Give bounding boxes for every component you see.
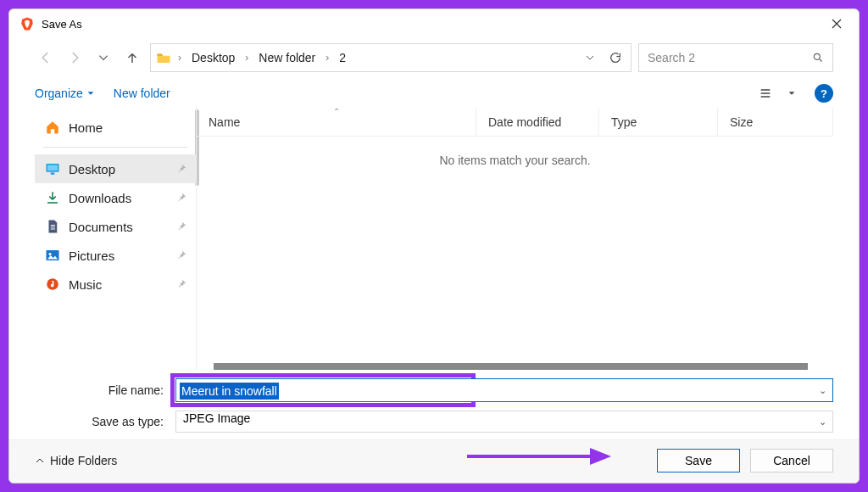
empty-folder-message: No items match your search.	[197, 137, 833, 167]
svg-rect-3	[51, 173, 55, 175]
filename-input[interactable]: Meerut in snowfall	[175, 378, 833, 402]
sidebar-item-pictures[interactable]: Pictures	[35, 241, 196, 270]
folder-icon	[156, 50, 171, 65]
search-input[interactable]: Search 2	[638, 43, 833, 72]
column-header-type[interactable]: Type	[599, 108, 718, 136]
window-title: Save As	[42, 18, 82, 31]
pin-icon	[175, 192, 187, 204]
pin-icon	[175, 278, 187, 290]
svg-point-0	[814, 53, 820, 59]
form-area: File name: Meerut in snowfall ⌄ Save as …	[9, 370, 859, 439]
column-header-name[interactable]: Name ⌃	[197, 108, 476, 136]
sidebar-item-desktop[interactable]: Desktop	[35, 154, 196, 183]
sidebar-item-label: Desktop	[69, 162, 115, 176]
sidebar-item-documents[interactable]: Documents	[35, 212, 196, 241]
sidebar: Home Desktop Downloads	[35, 108, 196, 370]
navigation-row: › Desktop › New folder › 2 Search 2	[9, 38, 859, 81]
sidebar-item-label: Music	[69, 277, 102, 292]
brave-app-icon	[19, 16, 35, 31]
sidebar-item-label: Downloads	[69, 191, 131, 205]
chevron-right-icon: ›	[243, 52, 250, 64]
download-icon	[45, 190, 60, 205]
back-button[interactable]	[35, 47, 57, 69]
breadcrumb-desktop[interactable]: Desktop	[188, 49, 238, 66]
sidebar-item-label: Home	[69, 120, 103, 135]
save-as-dialog: Save As › Desktop › New folder › 2	[8, 8, 860, 484]
new-folder-button[interactable]: New folder	[114, 87, 170, 100]
sidebar-item-music[interactable]: Music	[35, 270, 196, 299]
saveastype-row: Save as type: JPEG Image ⌄	[35, 411, 833, 433]
column-headers: Name ⌃ Date modified Type Size	[197, 108, 833, 137]
desktop-icon	[45, 161, 60, 176]
sidebar-divider	[43, 147, 187, 148]
search-placeholder: Search 2	[648, 51, 695, 64]
sort-caret-icon: ⌃	[333, 107, 340, 116]
recent-locations-button[interactable]	[92, 47, 114, 69]
sidebar-item-home[interactable]: Home	[35, 113, 196, 142]
footer-bar: Hide Folders Save Cancel	[9, 439, 859, 483]
filename-selected-text: Meerut in snowfall	[180, 383, 279, 400]
close-button[interactable]	[818, 9, 855, 38]
address-bar[interactable]: › Desktop › New folder › 2	[150, 43, 632, 72]
view-menu[interactable]	[759, 87, 796, 100]
search-icon	[812, 52, 824, 64]
cancel-button[interactable]: Cancel	[750, 449, 833, 472]
titlebar: Save As	[9, 9, 859, 38]
up-button[interactable]	[121, 47, 143, 69]
sidebar-item-downloads[interactable]: Downloads	[35, 183, 196, 212]
pin-icon	[175, 249, 187, 261]
home-icon	[45, 120, 60, 135]
saveastype-select[interactable]: JPEG Image	[175, 411, 833, 433]
save-button[interactable]: Save	[657, 449, 740, 472]
music-icon	[45, 277, 60, 292]
horizontal-scrollbar[interactable]	[214, 363, 808, 370]
forward-button[interactable]	[64, 47, 86, 69]
help-button[interactable]: ?	[815, 84, 833, 103]
organize-menu[interactable]: Organize	[35, 87, 95, 100]
svg-rect-2	[47, 165, 58, 171]
address-dropdown-button[interactable]	[580, 48, 600, 68]
refresh-button[interactable]	[605, 48, 626, 68]
breadcrumb-newfolder[interactable]: New folder	[255, 49, 319, 66]
svg-point-5	[49, 253, 52, 255]
pin-icon	[175, 221, 187, 232]
document-icon	[45, 219, 60, 234]
breadcrumb-2[interactable]: 2	[336, 49, 349, 66]
file-list-area: Name ⌃ Date modified Type Size No items …	[196, 108, 833, 370]
pin-icon	[175, 163, 187, 175]
dialog-body: Home Desktop Downloads	[9, 108, 859, 370]
hide-folders-button[interactable]: Hide Folders	[35, 454, 117, 467]
saveastype-label: Save as type:	[35, 415, 170, 428]
column-header-size[interactable]: Size	[718, 108, 833, 136]
chevron-right-icon: ›	[324, 52, 331, 64]
sidebar-item-label: Pictures	[69, 249, 114, 263]
sidebar-item-label: Documents	[69, 220, 133, 234]
filename-row: File name: Meerut in snowfall ⌄	[35, 378, 833, 402]
pictures-icon	[45, 248, 60, 263]
column-header-date[interactable]: Date modified	[476, 108, 599, 136]
toolbar-row: Organize New folder ?	[9, 81, 859, 108]
chevron-right-icon: ›	[176, 52, 183, 64]
filename-label: File name:	[35, 383, 170, 397]
